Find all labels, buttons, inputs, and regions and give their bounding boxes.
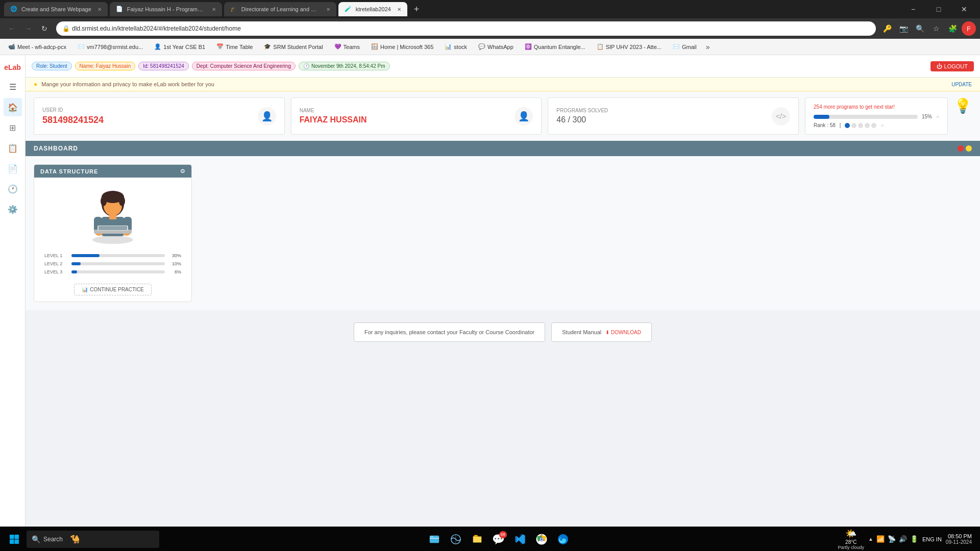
level-2-bar-outer (71, 262, 165, 265)
sidebar-menu-button[interactable]: ☰ (4, 78, 22, 96)
browser-tab-2[interactable]: 📄 Faiyaz Hussain H - Programmin... ✕ (110, 2, 222, 16)
tab2-close[interactable]: ✕ (212, 7, 216, 12)
start-button[interactable] (4, 529, 24, 549)
bookmark-stock[interactable]: 📊 stock (440, 42, 471, 52)
network-icon[interactable]: 📶 (876, 535, 885, 543)
zoom-icon[interactable]: 🔍 (913, 21, 927, 36)
windows-logo-icon (9, 534, 19, 544)
star-card-title: 254 more programs to get next star! (814, 104, 939, 110)
level-1-bar-outer (71, 254, 165, 257)
level-3-pct: 6% (169, 269, 181, 274)
profile-icon[interactable]: F (962, 21, 976, 36)
sidebar-settings-icon[interactable]: ⚙️ (4, 200, 22, 218)
browser-tab-4[interactable]: 🧪 ktretellab2024 ✕ (338, 2, 407, 16)
meet-icon: 📹 (8, 43, 15, 51)
close-button[interactable]: ✕ (952, 0, 976, 18)
bookmark-ms365[interactable]: 🪟 Home | Microsoft 365 (367, 42, 437, 52)
browser-tab-3[interactable]: 🎓 Directorate of Learning and De... ✕ (224, 2, 336, 16)
teams-icon: 💜 (334, 43, 341, 51)
wifi-icon[interactable]: 📡 (888, 535, 896, 543)
maximize-button[interactable]: □ (927, 0, 950, 18)
bookmark-quantum[interactable]: ⚛️ Quantum Entangle... (521, 42, 590, 52)
bookmark-whatsapp[interactable]: 💬 WhatsApp (474, 42, 518, 52)
taskbar-vscode-icon[interactable] (510, 529, 530, 549)
address-bar[interactable]: 🔒 dld.srmist.edu.in/ktretellab2024/#/ktr… (56, 21, 876, 36)
rank-row: Rank : 58 | ○ (814, 122, 939, 128)
logout-icon: ⏻ (937, 63, 942, 69)
tab2-title: Faiyaz Hussain H - Programmin... (127, 6, 206, 12)
back-button[interactable]: ← (4, 21, 19, 36)
user-id-value: 581498241524 (42, 115, 104, 126)
bookmark-meet[interactable]: 📹 Meet - wfi-adcp-pcx (4, 42, 70, 52)
bookmark-ms365-label: Home | Microsoft 365 (380, 44, 433, 50)
svg-point-13 (119, 196, 125, 206)
password-icon[interactable]: 🔑 (880, 21, 894, 36)
taskbar-icons: 💬 88 (161, 529, 836, 549)
ds-settings-icon[interactable]: ⊙ (180, 168, 185, 174)
tab4-favicon: 🧪 (345, 6, 352, 13)
battery-icon[interactable]: 🔋 (910, 535, 918, 543)
continue-practice-button[interactable]: 📊 CONTINUE PRACTICE (74, 284, 152, 295)
elab-logo: eLab (4, 59, 21, 76)
taskbar-widgets-icon[interactable] (446, 529, 466, 549)
bookmark-icon[interactable]: ☆ (929, 21, 943, 36)
data-structure-card: DATA STRUCTURE ⊙ (34, 164, 192, 302)
bookmark-teams[interactable]: 💜 Teams (330, 42, 364, 52)
browser-tab-1[interactable]: 🌐 Create and Share Webpage ✕ (4, 2, 108, 16)
bookmark-srm-portal[interactable]: 🎓 SRM Student Portal (260, 42, 327, 52)
sidebar-home-icon[interactable]: 🏠 (4, 98, 22, 116)
update-button[interactable]: UPDATE (951, 82, 972, 87)
download-link[interactable]: ⬇ DOWNLOAD (605, 330, 641, 335)
screenshot-icon[interactable]: 📷 (896, 21, 911, 36)
footer-manual: Student Manual ⬇ DOWNLOAD (551, 322, 652, 342)
svg-rect-8 (99, 226, 127, 230)
tab3-close[interactable]: ✕ (326, 7, 330, 12)
volume-icon[interactable]: 🔊 (899, 535, 907, 543)
star-bar-outer (814, 115, 918, 119)
star-card: 254 more programs to get next star! 15% … (805, 97, 948, 135)
forward-button[interactable]: → (20, 21, 36, 36)
dashboard-body: DATA STRUCTURE ⊙ (26, 156, 980, 310)
bookmark-whatsapp-label: WhatsApp (487, 44, 513, 50)
name-tag: Name: Faiyaz Hussain (75, 62, 136, 70)
svg-rect-20 (430, 538, 439, 539)
bookmark-quantum-label: Quantum Entangle... (534, 44, 585, 50)
weather-widget: 🌤️ 28°C Partly cloudy (838, 528, 865, 550)
bookmark-cse[interactable]: 👤 1st Year CSE B1 (150, 42, 209, 52)
rank-separator: | (840, 122, 841, 128)
bookmarks-more-button[interactable]: » (704, 42, 712, 52)
student-figure (77, 184, 149, 245)
extension-icon[interactable]: 🧩 (945, 21, 960, 36)
logout-button[interactable]: ⏻ LOGOUT (930, 61, 974, 71)
taskbar-explorer-icon[interactable] (424, 529, 445, 549)
minimize-button[interactable]: − (901, 0, 925, 18)
name-card: Name FAIYAZ HUSSAIN 👤 (291, 97, 542, 135)
bookmark-timetable[interactable]: 📅 Time Table (212, 42, 257, 52)
taskbar-chrome-icon[interactable] (531, 529, 552, 549)
expand-tray-icon[interactable]: ▲ (868, 536, 873, 542)
taskbar-search[interactable]: 🔍 Search 🐪 (27, 531, 159, 548)
taskbar-edge-icon[interactable] (553, 529, 573, 549)
bookmark-mail[interactable]: ✉️ vm7798@srmist.edu... (74, 42, 147, 52)
tab4-close[interactable]: ✕ (397, 7, 401, 12)
sidebar-list-icon[interactable]: 📋 (4, 139, 22, 157)
svg-point-21 (430, 536, 431, 537)
bookmark-teams-label: Teams (344, 44, 360, 50)
bookmark-sip[interactable]: 📋 SIP UHV 2023 - Atte... (593, 42, 666, 52)
refresh-button[interactable]: ↻ (37, 21, 52, 36)
whatsapp-badge: 88 (499, 531, 507, 538)
level-1-bar-inner (71, 254, 100, 257)
rank-label: Rank : 58 (814, 122, 836, 128)
sidebar-clock-icon[interactable]: 🕐 (4, 180, 22, 198)
new-tab-button[interactable]: + (409, 2, 424, 16)
sidebar-grid-icon[interactable]: ⊞ (4, 118, 22, 137)
sidebar-book-icon[interactable]: 📄 (4, 159, 22, 178)
taskbar-whatsapp-icon[interactable]: 💬 88 (488, 529, 509, 549)
bookmark-gmail[interactable]: ✉️ Gmail (669, 42, 701, 52)
clock-icon: 🕐 (303, 63, 309, 69)
taskbar-files-icon[interactable] (467, 529, 487, 549)
tab1-close[interactable]: ✕ (97, 7, 102, 12)
dashboard-header: DASHBOARD (26, 141, 980, 156)
whatsapp-icon: 💬 (478, 43, 485, 51)
top-nav: Role: Student Name: Faiyaz Hussain Id: 5… (26, 55, 980, 78)
